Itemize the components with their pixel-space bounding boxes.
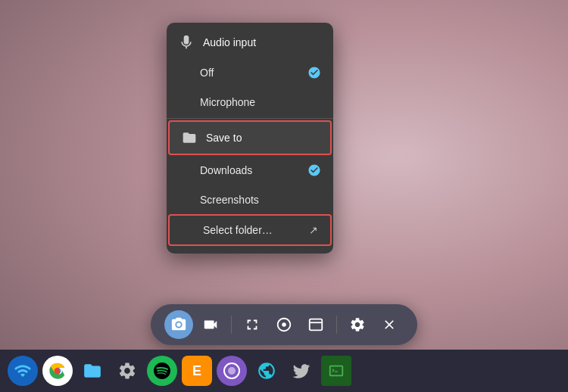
audio-input-label: Audio input [203, 36, 256, 48]
menu-item-screenshots[interactable]: Screenshots [167, 185, 333, 214]
window-button[interactable] [301, 310, 330, 339]
svg-rect-2 [310, 319, 323, 331]
downloads-label: Downloads [200, 164, 252, 176]
svg-point-6 [228, 367, 236, 375]
menu-item-off[interactable]: Off [167, 58, 333, 88]
svg-point-0 [176, 322, 181, 327]
taskbar-globe[interactable] [251, 356, 282, 386]
close-button[interactable] [375, 310, 404, 339]
off-check-icon [307, 66, 321, 79]
microphone-label: Microphone [200, 96, 255, 108]
video-button[interactable] [196, 310, 225, 339]
taskbar-chrome[interactable] [42, 356, 73, 386]
taskbar-app-e[interactable]: E [182, 356, 212, 386]
separator-1 [231, 316, 232, 334]
fullscreen-button[interactable] [238, 310, 267, 339]
taskbar-files[interactable] [77, 356, 108, 386]
region-button[interactable] [270, 310, 298, 339]
taskbar: E [0, 350, 568, 392]
microphone-icon [179, 35, 194, 50]
taskbar-spotify[interactable] [147, 356, 177, 386]
settings-button[interactable] [343, 310, 372, 339]
divider-1 [167, 118, 333, 119]
folder-icon [182, 130, 197, 145]
menu-item-downloads[interactable]: Downloads [167, 155, 333, 185]
taskbar-terminal[interactable] [321, 356, 351, 386]
select-folder-label: Select folder… [203, 224, 273, 236]
context-menu: Audio input Off Microphone Save to Downl… [167, 23, 333, 254]
taskbar-settings[interactable] [112, 356, 142, 386]
svg-point-1 [282, 322, 286, 327]
separator-2 [336, 316, 337, 334]
menu-item-microphone[interactable]: Microphone [167, 88, 333, 117]
toolbar [151, 304, 417, 345]
cursor-indicator: ↗ [309, 224, 318, 236]
taskbar-bird[interactable] [286, 356, 317, 386]
taskbar-app-q[interactable] [217, 356, 247, 386]
off-label: Off [200, 67, 214, 79]
menu-item-saveto[interactable]: Save to [168, 120, 332, 155]
audio-input-header: Audio input [167, 27, 333, 58]
screenshots-label: Screenshots [200, 194, 259, 206]
menu-item-select-folder[interactable]: Select folder… ↗ [168, 214, 332, 246]
screenshot-button[interactable] [164, 310, 193, 339]
taskbar-wifi[interactable] [8, 356, 38, 386]
downloads-check-icon [307, 163, 321, 177]
saveto-label: Save to [206, 132, 242, 144]
